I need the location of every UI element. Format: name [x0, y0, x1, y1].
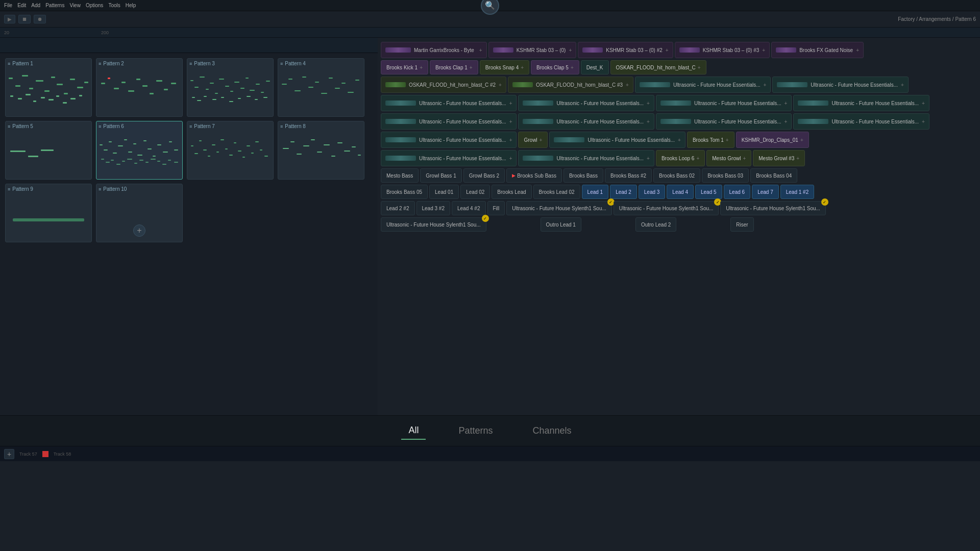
menu-add[interactable]: Add: [31, 3, 40, 8]
sample-ultrasonic-sylenth1-4[interactable]: Ultrasonic - Future House Sylenth1 Sou..…: [381, 217, 486, 232]
pattern-card-6[interactable]: Pattern 6: [96, 121, 183, 180]
sample-lead02[interactable]: Lead 02: [460, 185, 490, 199]
sample-lead4[interactable]: Lead 4: [667, 185, 694, 199]
sample-ultrasonic-2[interactable]: Ultrasonic - Future House Essentials... …: [772, 77, 908, 93]
sample-mesto-growl3[interactable]: Mesto Growl #3 +: [753, 150, 805, 166]
menu-tools[interactable]: Tools: [108, 3, 120, 8]
sample-lead01[interactable]: Lead 01: [429, 185, 459, 199]
pattern-card-4[interactable]: Pattern 4: [278, 58, 364, 117]
sample-brooks-clap5[interactable]: Brooks Clap 5 +: [531, 60, 579, 74]
sample-brooks-bass[interactable]: Brooks Bass: [564, 168, 603, 183]
sample-brooks-tom[interactable]: Brooks Tom 1 +: [687, 132, 734, 148]
menu-file[interactable]: File: [4, 3, 12, 8]
sample-mesto-bass[interactable]: Mesto Bass: [381, 168, 419, 183]
svg-rect-56: [247, 96, 251, 97]
sample-lead6[interactable]: Lead 6: [724, 185, 751, 199]
sample-brooks-bass04[interactable]: Brooks Bass 04: [750, 168, 797, 183]
sample-growl-bass1[interactable]: Growl Bass 1: [420, 168, 461, 183]
sample-lead3-2[interactable]: Lead 3 #2: [416, 201, 451, 215]
sample-ultrasonic-sylenth1-3[interactable]: Ultrasonic - Future House Sylenth1 Sou..…: [720, 201, 826, 215]
sample-dest-k[interactable]: Dest_K: [581, 60, 609, 74]
nav-patterns[interactable]: Patterns: [451, 422, 500, 439]
toolbar-btn3[interactable]: ⏺: [34, 15, 46, 23]
nav-all[interactable]: All: [401, 422, 426, 440]
sample-brooks-bass05[interactable]: Brooks Bass 05: [381, 185, 428, 199]
sample-brooks-lead02[interactable]: Brooks Lead 02: [533, 185, 580, 199]
sample-outro-lead2[interactable]: Outro Lead 2: [635, 217, 676, 232]
sample-lead5[interactable]: Lead 5: [695, 185, 722, 199]
sample-kshmr-stab-3[interactable]: KSHMR Stab 03 – (0) #3 +: [675, 42, 770, 58]
sample-ultrasonic-10[interactable]: Ultrasonic - Future House Essentials... …: [793, 113, 929, 130]
menu-patterns[interactable]: Patterns: [45, 3, 64, 8]
sample-lead1-2[interactable]: Lead 1 #2: [780, 185, 815, 199]
sample-growl-bass2[interactable]: Growl Bass 2: [463, 168, 505, 183]
toolbar-btn1[interactable]: ▶: [4, 15, 15, 23]
pattern-6-preview: [99, 130, 180, 171]
sample-oskar-3[interactable]: OSKAR_FLOOD_hit_horn_blast_C #3 +: [508, 77, 633, 93]
sample-fill[interactable]: Fill: [487, 201, 505, 215]
pattern-card-1[interactable]: Pattern 1: [5, 58, 92, 117]
sample-brooks-bass02[interactable]: Brooks Bass 02: [653, 168, 700, 183]
sample-brooks-lead[interactable]: Brooks Lead: [492, 185, 531, 199]
sample-outro-lead1[interactable]: Outro Lead 1: [541, 217, 581, 232]
menu-options[interactable]: Options: [86, 3, 103, 8]
add-pattern-btn[interactable]: +: [133, 224, 145, 237]
pattern-card-8[interactable]: Pattern 8: [278, 121, 364, 180]
sample-brooks-fx[interactable]: Brooks FX Gated Noise +: [771, 42, 864, 58]
sample-ultrasonic-7[interactable]: Ultrasonic - Future House Essentials... …: [381, 113, 517, 130]
menu-help[interactable]: Help: [126, 3, 136, 8]
menu-edit[interactable]: Edit: [17, 3, 26, 8]
sample-ultrasonic-8[interactable]: Ultrasonic - Future House Essentials... …: [518, 113, 654, 130]
sample-lead2-2[interactable]: Lead 2 #2: [381, 201, 415, 215]
toolbar-btn2[interactable]: ⏹: [18, 15, 31, 23]
sample-ultrasonic-sylenth1-2[interactable]: Ultrasonic - Future House Sylenth1 Sou..…: [614, 201, 719, 215]
pattern-card-7[interactable]: Pattern 7: [187, 121, 274, 180]
sample-brooks-bass03[interactable]: Brooks Bass 03: [702, 168, 749, 183]
sample-ultrasonic-5[interactable]: Ultrasonic - Future House Essentials... …: [656, 95, 792, 111]
sample-ultrasonic-11[interactable]: Ultrasonic - Future House Essentials... …: [381, 132, 517, 148]
top-bar: File Edit Add Patterns View Options Tool…: [0, 0, 980, 11]
sample-ultrasonic-14[interactable]: Ultrasonic - Future House Essentials... …: [518, 150, 654, 166]
svg-rect-129: [331, 156, 335, 157]
sample-ultrasonic-1[interactable]: Ultrasonic - Future House Essentials... …: [635, 77, 771, 93]
sample-lead2[interactable]: Lead 2: [610, 185, 637, 199]
sample-mesto-growl[interactable]: Mesto Growl +: [706, 150, 751, 166]
sample-riser[interactable]: Riser: [730, 217, 753, 232]
track-record-btn[interactable]: [42, 451, 48, 457]
sample-row-8: Mesto Bass Growl Bass 1 Growl Bass 2 ▶Br…: [381, 168, 977, 183]
pattern-card-2[interactable]: Pattern 2: [96, 58, 183, 117]
sample-ultrasonic-3[interactable]: Ultrasonic - Future House Essentials... …: [381, 95, 517, 111]
sample-brooks-loop6[interactable]: Brooks Loop 6 +: [656, 150, 705, 166]
sample-ultrasonic-13[interactable]: Ultrasonic - Future House Essentials... …: [381, 150, 517, 166]
sample-growl[interactable]: Growl +: [518, 132, 548, 148]
martin-plus[interactable]: +: [479, 47, 482, 53]
sample-brooks-bass2[interactable]: Brooks Bass #2: [605, 168, 652, 183]
pattern-card-10[interactable]: Pattern 10 +: [96, 184, 183, 242]
sample-ultrasonic-12[interactable]: Ultrasonic - Future House Essentials... …: [549, 132, 685, 148]
pattern-card-9[interactable]: Pattern 9: [5, 184, 92, 242]
sample-ultrasonic-4[interactable]: Ultrasonic - Future House Essentials... …: [518, 95, 654, 111]
sample-lead4-2[interactable]: Lead 4 #2: [452, 201, 486, 215]
sample-martin-garrrix[interactable]: Martin GarrixBrooks - Byte +: [381, 42, 487, 58]
sample-brooks-clap[interactable]: Brooks Clap 1 +: [430, 60, 478, 74]
sample-ultrasonic-6[interactable]: Ultrasonic - Future House Essentials... …: [793, 95, 929, 111]
sample-kshmr-drop[interactable]: KSHMR_Drop_Claps_01 +: [736, 132, 809, 148]
pattern-card-5[interactable]: Pattern 5: [5, 121, 92, 180]
sample-oskar-2[interactable]: OSKAR_FLOOD_hit_horn_blast_C #2 +: [381, 77, 506, 93]
sample-oskar-1[interactable]: OSKAR_FLOOD_hit_horn_blast_C +: [610, 60, 706, 74]
sample-brooks-sub-bass[interactable]: ▶Brooks Sub Bass: [506, 168, 562, 183]
pattern-card-3[interactable]: Pattern 3: [187, 58, 274, 117]
sample-ultrasonic-9[interactable]: Ultrasonic - Future House Essentials... …: [656, 113, 792, 130]
sample-brooks-kick[interactable]: Brooks Kick 1 +: [381, 60, 428, 74]
sample-brooks-snap[interactable]: Brooks Snap 4 +: [480, 60, 529, 74]
sample-kshmr-stab-1[interactable]: KSHMR Stab 03 – (0) +: [488, 42, 577, 58]
sample-lead1[interactable]: Lead 1: [582, 185, 609, 199]
nav-channels[interactable]: Channels: [526, 422, 579, 439]
add-track-btn[interactable]: +: [4, 449, 14, 459]
sample-lead7[interactable]: Lead 7: [752, 185, 779, 199]
svg-rect-69: [348, 92, 354, 93]
menu-view[interactable]: View: [69, 3, 81, 8]
sample-kshmr-stab-2[interactable]: KSHMR Stab 03 – (0) #2 +: [578, 42, 673, 58]
sample-lead3[interactable]: Lead 3: [639, 185, 666, 199]
sample-ultrasonic-sylenth1-1[interactable]: Ultrasonic - Future House Sylenth1 Sou..…: [506, 201, 612, 215]
